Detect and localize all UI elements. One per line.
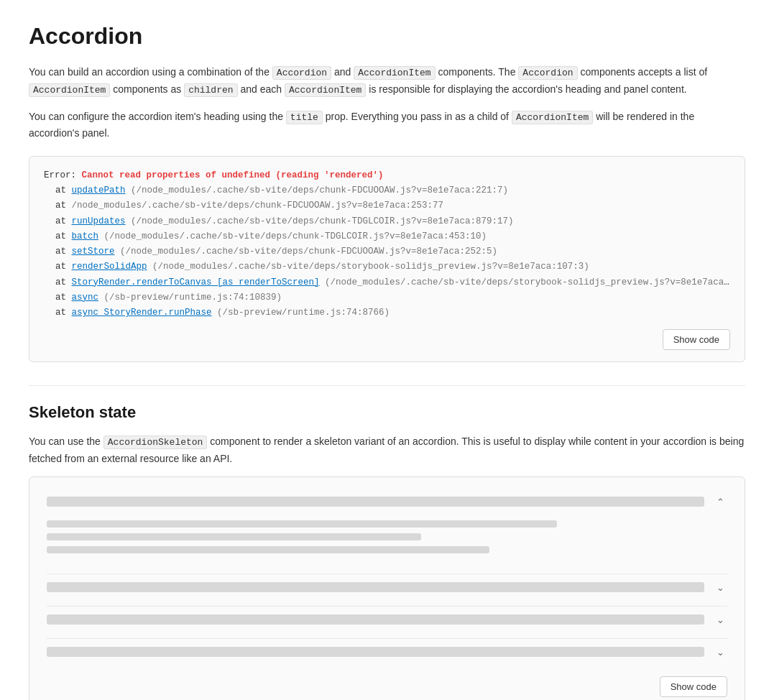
stack-line-6: at renderSolidApp (/node_modules/.cache/… xyxy=(55,259,730,275)
page-title: Accordion xyxy=(29,23,745,50)
skeleton-header-bar-2 xyxy=(47,582,704,592)
code-accordion-item-1: AccordionItem xyxy=(354,66,435,80)
skeleton-header-bar-3 xyxy=(47,614,704,625)
skeleton-section-title: Skeleton state xyxy=(29,403,745,422)
error-label: Error: Cannot read properties of undefin… xyxy=(44,170,384,180)
skeleton-content-row-1-3 xyxy=(47,546,489,553)
stack-line-7: at StoryRender.renderToCanvas [as render… xyxy=(55,275,730,290)
code-accordion-item-4: AccordionItem xyxy=(512,111,593,124)
skeleton-header-row-3: ⌄ xyxy=(47,606,727,632)
stack-line-8: at async (/sb-preview/runtime.js:74:1083… xyxy=(55,290,730,305)
stack-line-5: at setStore (/node_modules/.cache/sb-vit… xyxy=(55,244,730,259)
show-code-button-2[interactable]: Show code xyxy=(660,676,727,697)
intro-paragraph-2: You can configure the accordion item's h… xyxy=(29,109,745,142)
chevron-up-icon: ⌃ xyxy=(713,494,727,509)
code-accordion-2: Accordion xyxy=(518,66,577,80)
error-stack-trace: at updatePath (/node_modules/.cache/sb-v… xyxy=(55,183,730,321)
stack-link-async-runphase[interactable]: async StoryRender.runPhase xyxy=(72,308,212,318)
error-message: Cannot read properties of undefined (rea… xyxy=(82,170,384,180)
stack-line-1: at updatePath (/node_modules/.cache/sb-v… xyxy=(55,183,730,198)
skeleton-intro-paragraph: You can use the AccordionSkeleton compon… xyxy=(29,433,745,466)
stack-line-3: at runUpdates (/node_modules/.cache/sb-v… xyxy=(55,214,730,229)
skeleton-item-4: ⌄ xyxy=(47,638,727,665)
show-code-row-1: Show code xyxy=(44,329,730,350)
chevron-down-icon-2: ⌄ xyxy=(713,580,727,594)
show-code-button-1[interactable]: Show code xyxy=(663,329,730,350)
stack-link-rendertocanvas[interactable]: StoryRender.renderToCanvas [as renderToS… xyxy=(72,277,320,287)
stack-link-setstore[interactable]: setStore xyxy=(72,247,115,257)
skeleton-content-row-1-1 xyxy=(47,520,557,528)
chevron-down-icon-4: ⌄ xyxy=(713,645,727,659)
skeleton-header-bar-1 xyxy=(47,497,704,507)
code-accordion: Accordion xyxy=(272,66,331,80)
stack-line-2: at /node_modules/.cache/sb-vite/deps/chu… xyxy=(55,198,730,213)
skeleton-content-row-1-2 xyxy=(47,533,421,540)
code-children: children xyxy=(184,83,237,97)
skeleton-header-row-2: ⌄ xyxy=(47,574,727,600)
stack-line-4: at batch (/node_modules/.cache/sb-vite/d… xyxy=(55,229,730,244)
skeleton-header-row-1: ⌃ xyxy=(47,494,727,509)
stack-link-rendersolidapp[interactable]: renderSolidApp xyxy=(72,262,147,272)
error-box: Error: Cannot read properties of undefin… xyxy=(29,156,745,363)
show-code-row-2: Show code xyxy=(47,676,727,697)
skeleton-demo-box: ⌃ ⌄ ⌄ ⌄ Show code xyxy=(29,476,745,700)
stack-link-runupdates[interactable]: runUpdates xyxy=(72,216,126,226)
intro-section: You can build an accordion using a combi… xyxy=(29,64,745,142)
skeleton-header-bar-4 xyxy=(47,647,704,657)
stack-link-async[interactable]: async xyxy=(72,293,99,303)
code-accordion-item-2: AccordionItem xyxy=(29,83,110,97)
stack-link-updatepath[interactable]: updatePath xyxy=(72,185,126,195)
skeleton-item-3: ⌄ xyxy=(47,606,727,632)
skeleton-item-2: ⌄ xyxy=(47,574,727,600)
section-divider xyxy=(29,385,745,386)
stack-link-batch[interactable]: batch xyxy=(72,231,99,241)
skeleton-header-row-4: ⌄ xyxy=(47,638,727,665)
code-title: title xyxy=(286,111,323,124)
skeleton-item-1: ⌃ xyxy=(47,494,727,562)
skeleton-content-1 xyxy=(47,515,727,562)
code-accordion-skeleton: AccordionSkeleton xyxy=(103,436,208,449)
intro-paragraph-1: You can build an accordion using a combi… xyxy=(29,64,745,98)
stack-line-9: at async StoryRender.runPhase (/sb-previ… xyxy=(55,305,730,321)
chevron-down-icon-3: ⌄ xyxy=(713,612,727,627)
code-accordion-item-3: AccordionItem xyxy=(285,83,366,97)
